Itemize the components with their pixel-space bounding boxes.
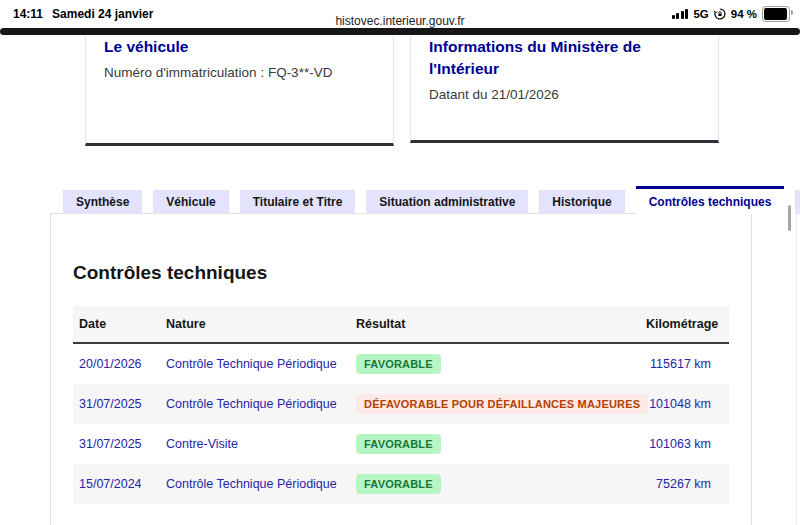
tab-synthese[interactable]: Synthèse [63, 190, 142, 214]
orientation-lock-icon [714, 8, 726, 20]
col-header-date: Date [73, 317, 160, 331]
ministry-card-title: Informations du Ministère de l'Intérieur [429, 35, 702, 80]
report-date: Datant du 21/01/2026 [429, 87, 702, 102]
tab-controles-techniques[interactable]: Contrôles techniques [636, 186, 785, 214]
table-header-row: Date Nature Résultat Kilométrage [73, 306, 729, 344]
cell-kilometrage: 101048 km [640, 397, 729, 411]
toolbar-collapsed-bar [0, 28, 800, 35]
table-row: 20/01/2026 Contrôle Technique Périodique… [73, 344, 729, 384]
cell-kilometrage: 101063 km [640, 437, 729, 451]
vehicle-card-title: Le véhicule [104, 35, 377, 58]
tab-kilometrage[interactable]: Kilométrage [795, 190, 800, 214]
col-header-kilometrage: Kilométrage [640, 317, 736, 331]
cell-result: FAVORABLE [350, 434, 640, 454]
registration-number: Numéro d'immatriculation : FQ-3**-VD [104, 65, 377, 80]
cell-kilometrage: 115617 km [640, 357, 729, 371]
result-badge: DÉFAVORABLE POUR DÉFAILLANCES MAJEURES [356, 394, 648, 414]
tab-vehicule[interactable]: Véhicule [153, 190, 228, 214]
cell-nature: Contrôle Technique Périodique [160, 357, 350, 371]
cell-date: 31/07/2025 [73, 437, 160, 451]
result-badge: FAVORABLE [356, 354, 441, 374]
cell-kilometrage: 75267 km [640, 477, 729, 491]
tab-situation-administrative[interactable]: Situation administrative [366, 190, 528, 214]
panel-heading: Contrôles techniques [73, 262, 267, 284]
page-edge-divider [796, 213, 797, 525]
result-badge: FAVORABLE [356, 434, 441, 454]
cell-date: 31/07/2025 [73, 397, 160, 411]
cell-nature: Contrôle Technique Périodique [160, 477, 350, 491]
status-bar: 14:11 Samedi 24 janvier histovec.interie… [0, 0, 800, 28]
battery-icon [762, 6, 790, 22]
battery-percent: 94 % [731, 8, 757, 20]
col-header-nature: Nature [160, 317, 350, 331]
cell-result: DÉFAVORABLE POUR DÉFAILLANCES MAJEURES [350, 394, 640, 414]
controles-techniques-panel: Contrôles techniques Date Nature Résulta… [50, 213, 752, 525]
signal-bars-icon [672, 9, 689, 19]
table-row: 31/07/2025 Contre-Visite FAVORABLE 10106… [73, 424, 729, 464]
table-row: 15/07/2024 Contrôle Technique Périodique… [73, 464, 729, 504]
cell-nature: Contrôle Technique Périodique [160, 397, 350, 411]
network-type: 5G [693, 8, 708, 20]
scrollbar[interactable] [788, 205, 791, 231]
ministry-info-card: Informations du Ministère de l'Intérieur… [410, 35, 719, 143]
cell-nature: Contre-Visite [160, 437, 350, 451]
cell-date: 15/07/2024 [73, 477, 160, 491]
cell-date: 20/01/2026 [73, 357, 160, 371]
table-body: 20/01/2026 Contrôle Technique Périodique… [73, 344, 729, 504]
col-header-resultat: Résultat [350, 317, 640, 331]
tab-titulaire-et-titre[interactable]: Titulaire et Titre [240, 190, 356, 214]
technical-inspections-table: Date Nature Résultat Kilométrage 20/01/2… [73, 306, 729, 504]
vehicle-card: Le véhicule Numéro d'immatriculation : F… [85, 35, 394, 146]
tab-bar: SynthèseVéhiculeTitulaire et TitreSituat… [63, 186, 800, 214]
ipad-safari-screen: 14:11 Samedi 24 janvier histovec.interie… [0, 0, 800, 525]
table-row: 31/07/2025 Contrôle Technique Périodique… [73, 384, 729, 424]
cell-result: FAVORABLE [350, 474, 640, 494]
tab-historique[interactable]: Historique [539, 190, 624, 214]
cell-result: FAVORABLE [350, 354, 640, 374]
result-badge: FAVORABLE [356, 474, 441, 494]
